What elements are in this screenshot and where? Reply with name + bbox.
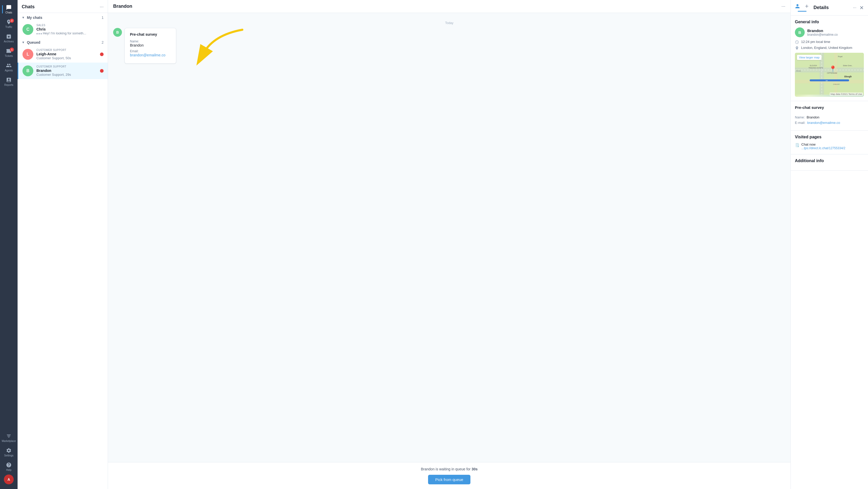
visited-page-item: 🗒️ Chat now ...tps://direct.lc.chat/1275… <box>795 143 864 150</box>
sidebar-item-tickets-label: Tickets <box>5 55 13 57</box>
date-divider: Today <box>113 21 785 25</box>
queue-text: Brandon is waiting in queue for 30s <box>421 467 477 471</box>
sidebar-item-reports[interactable]: Reports <box>2 75 16 88</box>
local-time-row: 12:24 pm local time <box>795 40 864 44</box>
pre-chat-name-label: Name: <box>130 39 171 43</box>
chat-footer: Brandon is waiting in queue for 30s Pick… <box>108 462 790 489</box>
sidebar-item-chats[interactable]: Chats <box>2 3 16 16</box>
page-icon: 🗒️ <box>795 143 799 147</box>
chat-header-actions: ··· <box>781 4 785 9</box>
chris-info: SALES Chris Hey! I'm looking for someth.… <box>36 24 103 35</box>
details-topbar: Details ··· ✕ <box>791 0 868 16</box>
clock-icon <box>795 40 799 44</box>
sidebar-item-settings-label: Settings <box>4 454 13 457</box>
active-tab-indicator <box>798 11 807 12</box>
sidebar-item-help-label: Help <box>6 468 11 471</box>
help-icon <box>6 462 11 468</box>
chris-name: Chris <box>36 27 103 31</box>
details-person-tab[interactable] <box>795 4 800 10</box>
local-time: 12:24 pm local time <box>801 40 830 44</box>
map-pin: 📍 <box>829 65 837 73</box>
details-close-btn[interactable]: ✕ <box>860 5 864 11</box>
details-title: Details <box>809 5 853 10</box>
chat-header-menu-btn[interactable]: ··· <box>781 4 785 9</box>
chat-item-leigh-anne[interactable]: L CUSTOMER SUPPORT Leigh-Anne Customer S… <box>18 46 108 63</box>
queued-chevron: ▼ <box>22 40 25 44</box>
user-avatar[interactable]: A <box>4 474 14 484</box>
svg-text:Slough: Slough <box>844 75 852 78</box>
customer-avatar: B <box>795 27 805 37</box>
leigh-anne-preview: Customer Support, 50s <box>36 56 98 60</box>
leigh-anne-name: Leigh-Anne <box>36 52 98 56</box>
pre-chat-card: Pre-chat survey Name: Brandon Email: bra… <box>125 28 176 64</box>
page-details: Chat now ...tps://direct.lc.chat/1275533… <box>801 143 845 150</box>
customer-email: brandon@emailme.co <box>807 33 838 36</box>
pre-chat-message: B Pre-chat survey Name: Brandon Email: b… <box>113 28 785 64</box>
leigh-anne-category: CUSTOMER SUPPORT <box>36 49 98 52</box>
chat-item-chris[interactable]: C SALES Chris Hey! I'm looking for somet… <box>18 21 108 38</box>
queued-section-header[interactable]: ▼ Queued 2 <box>18 38 108 46</box>
message-avatar: B <box>113 28 122 37</box>
survey-email-value: brandon@emailme.co <box>807 121 840 125</box>
details-panel: Details ··· ✕ General info B Brandon bra… <box>790 0 868 489</box>
leigh-anne-status-dot <box>100 53 103 56</box>
map-view-link[interactable]: View larger map <box>797 55 822 60</box>
sidebar-item-agents[interactable]: Agents <box>2 60 16 74</box>
add-icon <box>804 4 809 9</box>
brandon-name: Brandon <box>36 68 98 73</box>
tickets-badge: 1 <box>10 48 14 52</box>
brandon-category: CUSTOMER SUPPORT <box>36 65 98 68</box>
chris-category: SALES <box>36 24 103 27</box>
sidebar-item-marketplace[interactable]: Marketplace <box>2 431 16 444</box>
location-icon <box>795 46 799 50</box>
chat-header-title: Brandon <box>113 4 132 9</box>
additional-info-section: Additional info <box>791 154 868 171</box>
agents-icon <box>6 63 11 68</box>
sidebar-item-traffic-label: Traffic <box>5 26 12 28</box>
typing-indicator <box>36 33 42 34</box>
chat-item-brandon[interactable]: B CUSTOMER SUPPORT Brandon Customer Supp… <box>18 63 108 79</box>
queued-count: 2 <box>101 40 103 45</box>
chat-list-header: Chats ··· <box>18 0 108 13</box>
main-chat-area: Brandon ··· Today B Pre-chat survey Name… <box>108 0 790 489</box>
details-add-tab[interactable] <box>804 4 809 10</box>
svg-rect-15 <box>810 79 849 82</box>
visited-pages-section: Visited pages 🗒️ Chat now ...tps://direc… <box>791 131 868 154</box>
brandon-avatar: B <box>23 65 33 76</box>
details-menu-btn[interactable]: ··· <box>853 5 857 10</box>
survey-email-row: E-mail: brandon@emailme.co <box>795 121 864 125</box>
additional-info-title: Additional info <box>795 159 864 163</box>
sidebar-item-reports-label: Reports <box>4 84 13 86</box>
brandon-preview: Customer Support, 29s <box>36 73 98 77</box>
sidebar-item-agents-label: Agents <box>5 69 13 72</box>
map-container: SLOUGH TRADING ESTATE CIPPENHAM Stoke Gr… <box>795 53 864 97</box>
sidebar-item-tickets[interactable]: 1 Tickets <box>2 46 16 59</box>
customer-name: Brandon <box>807 28 838 33</box>
page-title: Chat now <box>801 143 845 146</box>
pre-chat-email-label: Email: <box>130 49 171 53</box>
pre-chat-email-value: brandon@emailme.co <box>130 53 171 57</box>
sidebar-item-archives[interactable]: Archives <box>2 32 16 45</box>
archive-icon <box>6 34 11 39</box>
settings-icon <box>6 448 11 453</box>
visited-pages-title: Visited pages <box>795 135 864 139</box>
svg-text:SLOUGH: SLOUGH <box>810 65 817 66</box>
survey-name-row: Name: Brandon <box>795 115 864 119</box>
my-chats-count: 1 <box>101 16 103 20</box>
sidebar-item-settings[interactable]: Settings <box>2 445 16 459</box>
map-credit: Map data ©2021 Terms of Use <box>830 93 863 96</box>
pick-from-queue-button[interactable]: Pick from queue <box>428 475 470 484</box>
svg-text:Dorney: Dorney <box>796 70 801 71</box>
survey-email-label: E-mail: <box>795 121 805 125</box>
sidebar-item-help[interactable]: Help <box>2 460 16 473</box>
pre-chat-survey-section: Pre-chat survey Name: Brandon E-mail: br… <box>791 101 868 131</box>
details-title-area: Details <box>809 5 853 10</box>
sidebar-item-traffic[interactable]: 2 Traffic <box>2 17 16 30</box>
chat-list-menu-btn[interactable]: ··· <box>100 4 103 9</box>
location-row: London, England, United Kingdom <box>795 46 864 50</box>
my-chats-section-header[interactable]: ▼ My chats 1 <box>18 13 108 21</box>
page-url[interactable]: ...tps://direct.lc.chat/12755334/2 <box>801 146 845 150</box>
svg-text:M4: M4 <box>826 80 828 82</box>
icon-sidebar: Chats 2 Traffic Archives 1 Tickets Agent… <box>0 0 18 489</box>
svg-text:TRADING ESTATE: TRADING ESTATE <box>808 67 823 69</box>
